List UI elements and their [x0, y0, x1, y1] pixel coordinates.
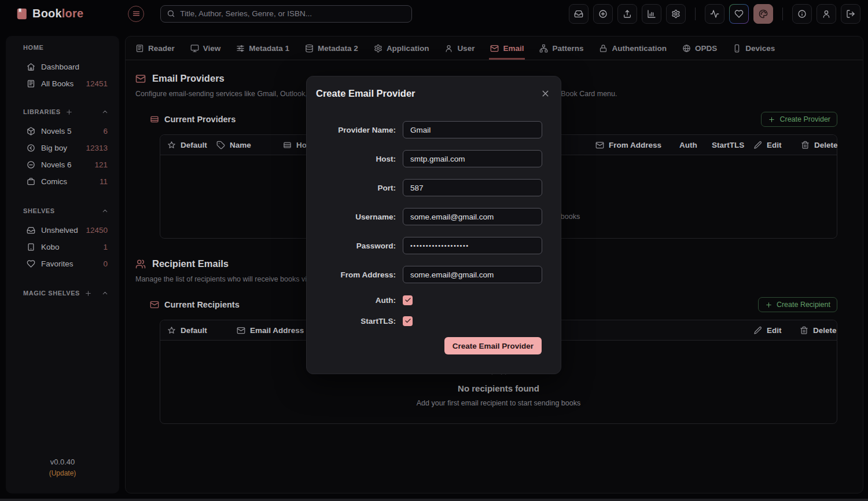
column-name[interactable]: Name — [216, 135, 251, 155]
sidebar-item-kobo[interactable]: Kobo 1 — [6, 239, 119, 255]
sidebar-item-favorites[interactable]: Favorites 0 — [6, 255, 119, 272]
chevron-up-icon[interactable] — [101, 108, 109, 116]
sidebar-item-dashboard[interactable]: Dashboard — [6, 58, 119, 75]
sidebar-item-all-books[interactable]: All Books 12451 — [6, 75, 119, 92]
form-row-starttls: StartTLS: — [316, 316, 551, 326]
settings-button[interactable] — [666, 4, 686, 24]
sidebar-item-novels-6[interactable]: Novels 6 121 — [6, 156, 119, 173]
sidebar-item-label: Novels 5 — [41, 127, 72, 136]
add-button[interactable] — [593, 4, 613, 24]
item-count: 121 — [94, 160, 108, 169]
sidebar-item-comics[interactable]: Comics 11 — [6, 173, 119, 190]
favorites-theme-button[interactable] — [729, 4, 749, 24]
starttls-label: StartTLS: — [316, 317, 396, 326]
search-icon — [167, 9, 175, 18]
home-section-header: HOME — [6, 42, 119, 53]
rows-icon — [283, 141, 292, 149]
subsection-title: Current Providers — [164, 115, 236, 124]
port-input[interactable] — [403, 179, 542, 196]
chevron-up-icon[interactable] — [101, 207, 109, 215]
tab-label: Metadata 2 — [318, 44, 358, 53]
column-delete[interactable]: Delete — [800, 320, 837, 341]
tab-reader[interactable]: Reader — [135, 36, 175, 60]
empty-hint: Add your first email recipient to start … — [160, 399, 837, 407]
column-edit[interactable]: Edit — [753, 320, 782, 341]
column-label: Default — [181, 141, 207, 149]
column-default[interactable]: Default — [167, 135, 207, 155]
tab-opds[interactable]: OPDS — [682, 36, 717, 60]
libraries-section-header: LIBRARIES — [6, 106, 119, 118]
column-edit[interactable]: Edit — [753, 135, 782, 155]
column-email-address[interactable]: Email Address — [237, 320, 304, 341]
tab-label: Email — [503, 44, 524, 53]
username-input[interactable] — [403, 208, 542, 225]
sidebar-item-novels-5[interactable]: Novels 5 6 — [6, 123, 119, 140]
column-from-address[interactable]: From Address — [595, 135, 661, 155]
upload-button[interactable] — [617, 4, 637, 24]
form-row-auth: Auth: — [316, 295, 551, 305]
smartphone-icon — [733, 44, 741, 53]
tag-icon — [216, 141, 225, 149]
current-recipients-title: Current Recipients — [150, 300, 240, 309]
create-email-provider-submit-button[interactable]: Create Email Provider — [444, 337, 542, 354]
sidebar-item-unshelved[interactable]: Unshelved 12450 — [6, 222, 119, 239]
activity-button[interactable] — [705, 4, 724, 24]
tab-email[interactable]: Email — [490, 36, 524, 60]
logout-button[interactable] — [841, 4, 860, 24]
inbox-button[interactable] — [569, 4, 589, 24]
tab-metadata-1[interactable]: Metadata 1 — [236, 36, 289, 60]
tab-devices[interactable]: Devices — [733, 36, 775, 60]
starttls-checkbox[interactable] — [403, 316, 413, 326]
sidebar-item-big-boy[interactable]: Big boy 12313 — [6, 140, 119, 156]
tab-patterns[interactable]: Patterns — [539, 36, 583, 60]
create-recipient-button[interactable]: Create Recipient — [758, 297, 837, 312]
modal-close-button[interactable] — [539, 87, 551, 100]
host-input[interactable] — [403, 150, 542, 167]
username-label: Username: — [316, 213, 396, 221]
account-button[interactable] — [816, 4, 836, 24]
from-address-input[interactable] — [403, 266, 542, 283]
column-default[interactable]: Default — [167, 320, 207, 341]
inbox-icon — [27, 226, 35, 235]
tab-authentication[interactable]: Authentication — [599, 36, 667, 60]
upload-icon — [623, 9, 632, 19]
create-provider-button[interactable]: Create Provider — [761, 112, 837, 127]
provider-name-input[interactable] — [403, 121, 542, 138]
search-input[interactable] — [180, 9, 406, 18]
tab-label: Metadata 1 — [249, 44, 289, 53]
home-icon — [27, 63, 35, 71]
network-icon — [539, 44, 548, 53]
auth-checkbox[interactable] — [403, 295, 413, 305]
add-magic-shelf-icon[interactable] — [84, 290, 92, 297]
tab-user[interactable]: User — [444, 36, 475, 60]
form-row-from-address: From Address: — [316, 266, 551, 283]
column-delete[interactable]: Delete — [801, 135, 838, 155]
auth-label: Auth: — [316, 296, 396, 305]
hamburger-menu-button[interactable] — [128, 6, 144, 22]
sidebar-item-label: All Books — [41, 79, 73, 88]
update-link[interactable]: (Update) — [6, 469, 119, 477]
top-icon-row — [569, 4, 860, 24]
app-logo[interactable]: Booklore — [16, 7, 83, 21]
mail-icon — [135, 74, 146, 84]
column-starttls[interactable]: StartTLS — [712, 135, 744, 155]
chevron-up-icon[interactable] — [101, 290, 109, 297]
form-row-host: Host: — [316, 150, 551, 167]
heart-icon — [27, 259, 35, 268]
password-input[interactable] — [403, 237, 542, 254]
info-button[interactable] — [792, 4, 812, 24]
trash-icon — [801, 141, 810, 149]
stats-button[interactable] — [642, 4, 661, 24]
theme-palette-button[interactable] — [753, 4, 773, 24]
add-library-icon[interactable] — [65, 108, 73, 116]
column-label: StartTLS — [712, 141, 744, 149]
tab-label: View — [203, 44, 221, 53]
column-auth[interactable]: Auth — [679, 135, 697, 155]
tab-application[interactable]: Application — [374, 36, 429, 60]
global-search[interactable] — [160, 5, 412, 23]
section-title: Email Providers — [152, 73, 225, 84]
briefcase-icon — [27, 177, 35, 186]
subsection-title: Current Recipients — [164, 300, 240, 309]
tab-metadata-2[interactable]: Metadata 2 — [305, 36, 358, 60]
tab-view[interactable]: View — [190, 36, 221, 60]
